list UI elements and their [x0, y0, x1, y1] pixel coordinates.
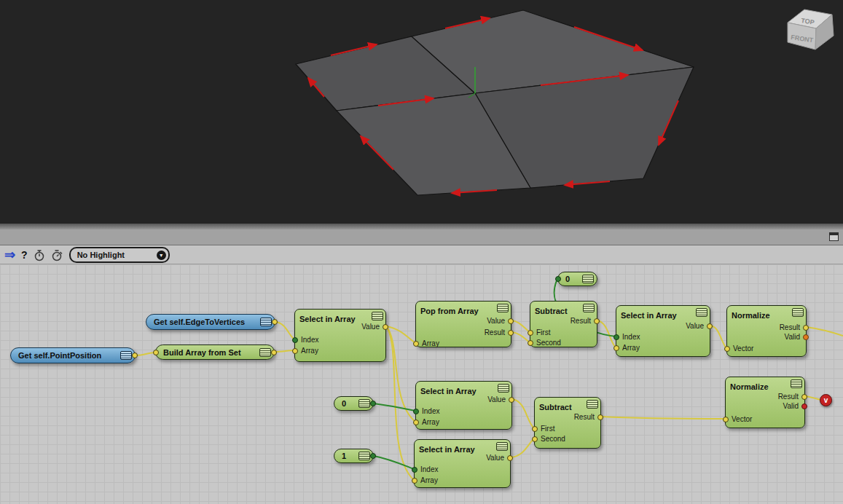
node-const-zero-bottom[interactable]: 0 — [334, 396, 374, 411]
highlight-mode-dropdown[interactable]: No Highlight ▼ — [69, 247, 170, 263]
node-pop-from-array[interactable]: Pop from Array Value Result Array — [415, 301, 511, 347]
node-menu-icon[interactable] — [587, 400, 598, 409]
help-icon[interactable]: ? — [21, 249, 28, 261]
node-title: Select in Array — [420, 387, 477, 395]
port-dot[interactable] — [532, 436, 538, 442]
timer-update-icon[interactable] — [51, 249, 63, 261]
node-const-zero-top[interactable]: 0 — [557, 272, 597, 286]
port-dot[interactable] — [613, 334, 619, 340]
node-value: 1 — [342, 452, 346, 460]
port-value: Value — [616, 322, 710, 331]
node-menu-icon[interactable] — [259, 348, 271, 357]
node-menu-icon[interactable] — [496, 442, 508, 451]
node-value: 0 — [565, 275, 570, 283]
port-result: Result — [727, 323, 806, 332]
port-index: Index — [295, 336, 385, 344]
node-menu-icon[interactable] — [372, 312, 383, 320]
port-dot[interactable] — [528, 330, 533, 336]
node-menu-icon[interactable] — [696, 308, 707, 317]
port-dot-output[interactable] — [370, 453, 376, 459]
node-select-in-array-3[interactable]: Select in Array Value Index Array — [415, 381, 512, 430]
node-normalize-1[interactable]: Normalize Result Valid Vector — [726, 305, 807, 357]
port-second: Second — [535, 435, 600, 444]
node-const-one[interactable]: 1 — [334, 449, 374, 463]
port-dot[interactable] — [292, 348, 298, 354]
port-dot[interactable] — [801, 403, 807, 409]
port-dot-output[interactable] — [555, 276, 561, 282]
port-dot[interactable] — [412, 478, 417, 484]
port-dot[interactable] — [597, 414, 603, 420]
node-menu-icon[interactable] — [791, 379, 802, 388]
port-dot[interactable] — [292, 337, 298, 343]
port-dot[interactable] — [707, 323, 713, 329]
node-get-point-position[interactable]: Get self.PointPosition — [10, 347, 136, 363]
dropdown-arrow-icon: ▼ — [157, 251, 166, 260]
port-array: Array — [295, 347, 385, 355]
port-value: Value — [415, 454, 510, 462]
3d-viewport[interactable]: TOP FRONT — [0, 0, 843, 224]
port-dot[interactable] — [803, 334, 809, 340]
node-build-array-from-set[interactable]: Build Array from Set — [155, 344, 275, 360]
port-dot[interactable] — [723, 417, 729, 422]
application-window: TOP FRONT ⇒ ? No Highlight ▼ — [0, 0, 843, 504]
node-normalize-2[interactable]: Normalize Result Valid Vector — [725, 377, 805, 428]
port-dot[interactable] — [724, 346, 730, 352]
port-result: Result — [726, 393, 804, 401]
editor-header-bar — [0, 229, 843, 245]
node-menu-icon[interactable] — [358, 399, 370, 408]
port-dot[interactable] — [507, 455, 513, 461]
node-menu-icon[interactable] — [497, 304, 509, 312]
port-dot[interactable] — [383, 324, 388, 330]
node-title: Select in Array — [621, 311, 677, 320]
node-menu-icon[interactable] — [792, 308, 804, 317]
pane-splitter[interactable] — [0, 224, 843, 229]
node-editor-toolbar: ⇒ ? No Highlight ▼ — [0, 246, 843, 264]
node-select-in-array-2[interactable]: Select in Array Value Index Array — [616, 305, 710, 357]
port-dot-output[interactable] — [132, 353, 138, 358]
port-dot[interactable] — [413, 409, 419, 414]
restore-window-icon[interactable] — [829, 232, 839, 241]
port-dot[interactable] — [508, 318, 514, 324]
port-dot[interactable] — [508, 330, 514, 336]
node-select-in-array-1[interactable]: Select in Array Value Index Array — [294, 309, 386, 362]
node-title: Subtract — [535, 307, 568, 315]
port-dot[interactable] — [413, 420, 419, 425]
node-get-edge-to-vertices[interactable]: Get self.EdgeToVertices — [146, 314, 275, 330]
navigation-cube[interactable]: TOP FRONT — [782, 3, 840, 57]
port-dot[interactable] — [412, 467, 417, 473]
port-dot[interactable] — [413, 341, 419, 347]
port-dot[interactable] — [528, 340, 533, 346]
node-menu-icon[interactable] — [120, 351, 132, 360]
port-dot-output[interactable] — [370, 401, 376, 406]
node-menu-icon[interactable] — [582, 275, 594, 283]
port-dot[interactable] — [613, 345, 619, 351]
port-array: Array — [416, 418, 511, 427]
port-dot-output[interactable] — [272, 319, 278, 325]
mesh-grid[interactable] — [296, 10, 694, 195]
node-select-in-array-4[interactable]: Select in Array Value Index Array — [414, 439, 511, 488]
navigate-arrow-icon[interactable]: ⇒ — [4, 248, 15, 261]
viewport-scene — [0, 0, 843, 224]
port-dot-input[interactable] — [153, 350, 159, 355]
node-subtract-1[interactable]: Subtract Result First Second — [530, 301, 597, 347]
port-dot[interactable] — [594, 318, 600, 324]
node-menu-icon[interactable] — [260, 318, 272, 326]
port-result: Result — [530, 317, 597, 326]
node-title: Get self.EdgeToVertices — [154, 318, 245, 326]
node-title: Select in Array — [419, 445, 475, 454]
port-vector: Vector — [726, 415, 804, 424]
port-dot-output[interactable] — [271, 350, 277, 355]
port-valid: Valid — [726, 402, 804, 411]
port-dot[interactable] — [803, 325, 809, 331]
node-menu-icon[interactable] — [358, 452, 370, 460]
timer-icon[interactable] — [34, 249, 45, 261]
node-menu-icon[interactable] — [583, 304, 595, 312]
node-menu-icon[interactable] — [498, 384, 509, 393]
port-vector: Vector — [727, 344, 806, 353]
node-subtract-2[interactable]: Subtract Result First Second — [534, 397, 601, 449]
port-dot[interactable] — [509, 397, 514, 403]
port-dot[interactable] — [532, 426, 538, 432]
port-result: Result — [416, 328, 511, 337]
value-output-indicator[interactable]: v — [820, 394, 832, 406]
port-dot[interactable] — [801, 394, 807, 400]
